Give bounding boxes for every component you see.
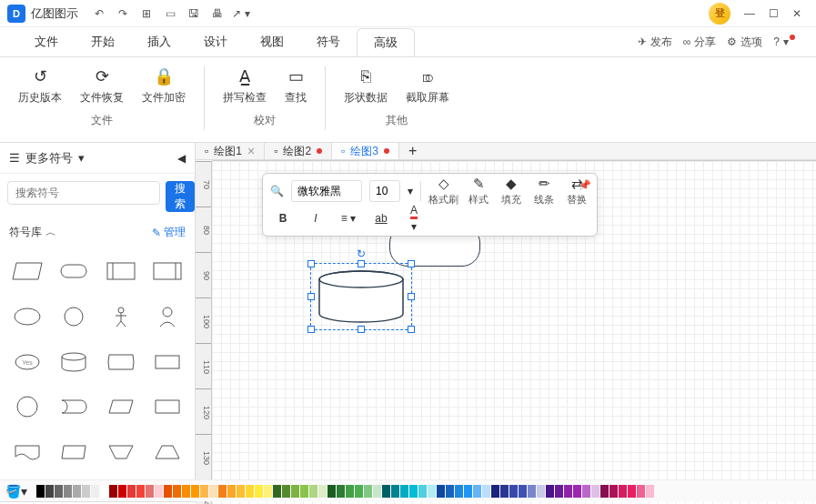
maximize-button[interactable]: ☐ (763, 4, 783, 24)
color-swatch[interactable] (500, 485, 509, 498)
fill-bucket-button[interactable]: 🪣▾ (5, 484, 27, 499)
color-swatch[interactable] (400, 485, 408, 498)
resize-handle[interactable] (408, 293, 415, 300)
symbol-library-toggle[interactable]: 符号库︿ (9, 225, 56, 240)
shape-stencil[interactable]: Yes (5, 342, 49, 382)
style-button[interactable]: ✎样式 (466, 179, 491, 203)
shape-stencil[interactable] (99, 297, 143, 337)
color-swatch[interactable] (355, 485, 363, 498)
color-swatch[interactable] (309, 485, 317, 498)
color-swatch[interactable] (109, 485, 117, 498)
history-button[interactable]: ↺历史版本 (13, 63, 67, 109)
underline-button[interactable]: ab (368, 207, 394, 230)
color-swatch[interactable] (45, 485, 54, 498)
color-swatch[interactable] (537, 485, 545, 498)
color-swatch[interactable] (209, 485, 217, 498)
color-swatch[interactable] (327, 485, 336, 498)
resize-handle[interactable] (358, 326, 365, 333)
shape-stencil[interactable] (53, 342, 96, 382)
color-swatch[interactable] (36, 485, 45, 498)
resize-handle[interactable] (307, 293, 315, 300)
spellcheck-button[interactable]: A̲拼写检查 (217, 63, 272, 109)
shape-stencil[interactable] (146, 297, 190, 337)
color-swatch[interactable] (237, 485, 245, 498)
font-color-button[interactable]: A ▾ (401, 207, 427, 230)
shape-stencil[interactable] (5, 251, 49, 291)
menu-设计[interactable]: 设计 (187, 28, 244, 56)
shape-stencil[interactable] (53, 387, 96, 427)
shape-stencil[interactable] (5, 387, 49, 427)
color-swatch[interactable] (391, 485, 399, 498)
pin-icon[interactable]: 📌 (579, 179, 591, 191)
menu-插入[interactable]: 插入 (131, 28, 187, 56)
format-brush-button[interactable]: ◇格式刷 (428, 179, 458, 203)
color-swatch[interactable] (300, 485, 308, 498)
color-swatch[interactable] (264, 485, 272, 498)
align-button[interactable]: ≡ ▾ (336, 207, 361, 230)
restore-button[interactable]: ⟳文件恢复 (75, 63, 129, 109)
shape-stencil[interactable] (146, 251, 190, 291)
color-swatch[interactable] (437, 485, 445, 498)
color-swatch[interactable] (227, 485, 236, 498)
color-swatch[interactable] (428, 485, 436, 498)
menu-文件[interactable]: 文件 (18, 28, 75, 56)
fill-button[interactable]: ◆填充 (499, 179, 524, 203)
rotate-handle[interactable]: ↻ (357, 247, 366, 260)
more-symbols-dropdown[interactable]: ☰更多符号▾ (9, 150, 85, 166)
color-swatch[interactable] (564, 485, 572, 498)
menu-开始[interactable]: 开始 (75, 28, 131, 56)
shape-stencil[interactable] (53, 432, 96, 472)
color-swatch[interactable] (337, 485, 345, 498)
color-swatch[interactable] (127, 485, 136, 498)
doc-tab[interactable]: ▫绘图3 (332, 143, 399, 159)
color-swatch[interactable] (200, 485, 208, 498)
color-swatch[interactable] (82, 485, 90, 498)
shape-stencil[interactable] (146, 387, 190, 427)
shape-stencil[interactable] (53, 297, 96, 337)
color-swatch[interactable] (591, 485, 599, 498)
color-swatch[interactable] (509, 485, 518, 498)
resize-handle[interactable] (307, 326, 315, 333)
color-swatch[interactable] (191, 485, 199, 498)
doc-tab[interactable]: ▫绘图1× (196, 143, 265, 159)
screenshot-button[interactable]: ⎄截取屏幕 (400, 63, 455, 109)
color-swatch[interactable] (55, 485, 63, 498)
color-swatch[interactable] (346, 485, 354, 498)
color-swatch[interactable] (318, 485, 327, 498)
color-swatch[interactable] (446, 485, 454, 498)
resize-handle[interactable] (358, 260, 365, 267)
menu-高级[interactable]: 高级 (357, 28, 415, 56)
redo-button[interactable]: ↷ (113, 4, 133, 24)
color-swatch[interactable] (637, 485, 645, 498)
color-swatch[interactable] (528, 485, 536, 498)
color-swatch[interactable] (628, 485, 636, 498)
color-swatch[interactable] (91, 485, 99, 498)
menu-符号[interactable]: 符号 (300, 28, 357, 56)
color-swatch[interactable] (164, 485, 172, 498)
search-button[interactable]: 搜索 (166, 181, 195, 212)
undo-button[interactable]: ↶ (89, 4, 109, 24)
color-swatch[interactable] (582, 485, 590, 498)
cylinder-shape[interactable] (317, 270, 405, 323)
publish-button[interactable]: ✈发布 (638, 35, 672, 50)
font-family-input[interactable] (291, 180, 362, 202)
shape-stencil[interactable] (5, 297, 49, 337)
color-swatch[interactable] (118, 485, 126, 498)
open-button[interactable]: ▭ (160, 4, 180, 24)
help-button[interactable]: ?▾ (773, 35, 798, 48)
minimize-button[interactable]: — (740, 4, 760, 24)
color-swatch[interactable] (255, 485, 263, 498)
color-swatch[interactable] (418, 485, 427, 498)
color-swatch[interactable] (382, 485, 390, 498)
color-swatch[interactable] (136, 485, 145, 498)
close-tab-button[interactable]: × (247, 144, 255, 158)
color-swatch[interactable] (573, 485, 581, 498)
shape-stencil[interactable] (99, 251, 143, 291)
color-swatch[interactable] (473, 485, 481, 498)
color-swatch[interactable] (155, 485, 163, 498)
color-swatch[interactable] (218, 485, 227, 498)
italic-button[interactable]: I (303, 207, 328, 230)
shape-stencil[interactable] (99, 342, 143, 382)
color-swatch[interactable] (173, 485, 181, 498)
shape-stencil[interactable] (5, 432, 49, 472)
